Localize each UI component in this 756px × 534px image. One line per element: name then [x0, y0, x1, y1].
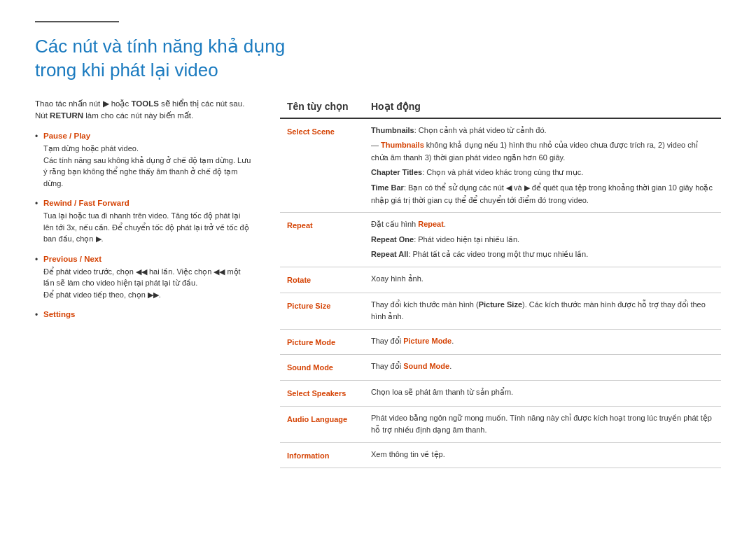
option-desc: Chọn loa sẽ phát âm thanh từ sản phẩm.: [364, 380, 721, 406]
desc-block: Chapter Titles: Chọn và phát video khác …: [371, 167, 714, 179]
feature-desc: Để phát video tiếp theo, chọn ▶▶.: [43, 289, 252, 301]
option-label: Rotate: [280, 267, 364, 293]
top-divider: [35, 21, 119, 22]
table-row: Audio Language Phát video bằng ngôn ngữ …: [280, 406, 721, 442]
col-header-action: Hoạt động: [364, 98, 721, 118]
page-title: Các nút và tính năng khả dụng trong khi …: [35, 35, 721, 83]
option-desc: Thay đổi Sound Mode.: [364, 355, 721, 381]
option-desc: Thay đổi Picture Mode.: [364, 329, 721, 355]
desc-block: — Thumbnails không khả dụng nếu 1) hình …: [371, 139, 714, 164]
option-label: Information: [280, 442, 364, 468]
desc-block: Repeat One: Phát video hiện tại nhiều lầ…: [371, 234, 714, 246]
option-label: Picture Size: [280, 293, 364, 329]
table-row: Select Speakers Chọn loa sẽ phát âm than…: [280, 380, 721, 406]
feature-desc: Để phát video trước, chọn ◀◀ hai lần. Vi…: [43, 266, 252, 289]
feature-desc: Các tính năng sau không khả dụng ở chế đ…: [43, 155, 252, 190]
feature-desc: Tua lại hoặc tua đi nhanh trên video. Tă…: [43, 210, 252, 245]
left-column: Thao tác nhấn nút ▶ hoặc TOOLS sẽ hiển t…: [35, 98, 252, 329]
option-desc: Thumbnails: Chọn cảnh và phát video từ c…: [364, 118, 721, 213]
desc-block: Đặt cấu hình Repeat.: [371, 218, 714, 231]
table-row: Repeat Đặt cấu hình Repeat. Repeat One: …: [280, 213, 721, 267]
table-row: Rotate Xoay hình ảnh.: [280, 267, 721, 293]
option-label: Select Speakers: [280, 380, 364, 406]
option-label: Picture Mode: [280, 329, 364, 355]
option-label: Sound Mode: [280, 355, 364, 381]
table-row: Select Scene Thumbnails: Chọn cảnh và ph…: [280, 118, 721, 213]
option-desc: Phát video bằng ngôn ngữ mong muốn. Tính…: [364, 406, 721, 442]
list-item: Rewind / Fast Forward Tua lại hoặc tua đ…: [35, 199, 252, 245]
option-desc: Đặt cấu hình Repeat. Repeat One: Phát vi…: [364, 213, 721, 267]
col-header-option: Tên tùy chọn: [280, 98, 364, 118]
feature-desc: Tạm dừng hoặc phát video.: [43, 143, 252, 155]
list-item: Previous / Next Để phát video trước, chọ…: [35, 255, 252, 301]
option-desc: Xoay hình ảnh.: [364, 267, 721, 293]
list-item: Pause / Play Tạm dừng hoặc phát video. C…: [35, 132, 252, 189]
option-desc: Thay đổi kích thước màn hình (Picture Si…: [364, 293, 721, 329]
option-label: Select Scene: [280, 118, 364, 213]
feature-title-pause-play: Pause / Play: [43, 132, 252, 140]
desc-block: Thumbnails: Chọn cảnh và phát video từ c…: [371, 125, 714, 137]
feature-title-rewind: Rewind / Fast Forward: [43, 199, 252, 207]
right-column: Tên tùy chọn Hoạt động Select Scene Thum…: [280, 98, 721, 469]
option-desc: Xem thông tin về tệp.: [364, 442, 721, 468]
content-wrapper: Thao tác nhấn nút ▶ hoặc TOOLS sẽ hiển t…: [35, 98, 721, 469]
option-label: Repeat: [280, 213, 364, 267]
table-row: Information Xem thông tin về tệp.: [280, 442, 721, 468]
options-table: Tên tùy chọn Hoạt động Select Scene Thum…: [280, 98, 721, 469]
feature-title-prev-next: Previous / Next: [43, 255, 252, 263]
option-label: Audio Language: [280, 406, 364, 442]
desc-block: Time Bar: Bạn có thể sử dụng các nút ◀ v…: [371, 182, 714, 206]
table-row: Picture Mode Thay đổi Picture Mode.: [280, 329, 721, 355]
feature-list: Pause / Play Tạm dừng hoặc phát video. C…: [35, 132, 252, 318]
desc-block: Repeat All: Phát tất cả các video trong …: [371, 248, 714, 261]
list-item: Settings: [35, 310, 252, 318]
table-row: Picture Size Thay đổi kích thước màn hìn…: [280, 293, 721, 329]
table-row: Sound Mode Thay đổi Sound Mode.: [280, 355, 721, 381]
intro-text: Thao tác nhấn nút ▶ hoặc TOOLS sẽ hiển t…: [35, 98, 252, 122]
feature-title-settings: Settings: [43, 310, 252, 318]
